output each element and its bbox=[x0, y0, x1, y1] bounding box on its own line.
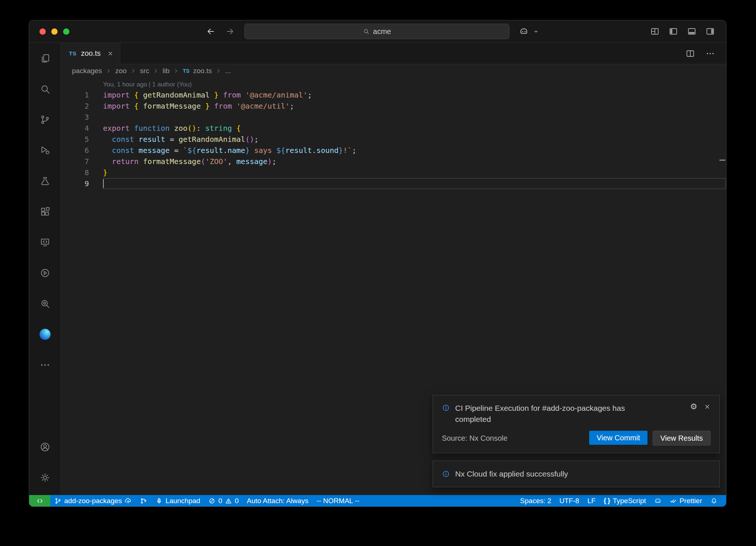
command-center-search[interactable]: acme bbox=[244, 24, 509, 39]
problems-status-item[interactable]: 0 0 bbox=[204, 495, 243, 506]
notification-message: CI Pipeline Execution for #add-zoo-packa… bbox=[455, 403, 654, 425]
notification-toasts: CI Pipeline Execution for #add-zoo-packa… bbox=[433, 395, 720, 487]
customize-layout-icon[interactable] bbox=[650, 27, 660, 36]
cloud-upload-icon bbox=[124, 497, 132, 505]
auto-attach-label: Auto Attach: Always bbox=[247, 497, 309, 505]
activity-gitlens-inspect[interactable] bbox=[29, 288, 61, 319]
status-bar-right: Spaces: 2 UTF-8 LF { } TypeScript Pretti… bbox=[516, 495, 722, 506]
play-circle-icon bbox=[39, 267, 51, 279]
code-text: import { formatMessage } from '@acme/uti… bbox=[103, 100, 294, 112]
warning-count: 0 bbox=[235, 497, 239, 505]
breadcrumb-file[interactable]: zoo.ts bbox=[193, 67, 212, 75]
typescript-file-icon: TS bbox=[183, 68, 189, 74]
notifications-bell-item[interactable] bbox=[706, 495, 722, 506]
warning-triangle-icon bbox=[225, 497, 232, 505]
branch-status-item[interactable]: add-zoo-packages bbox=[50, 495, 136, 506]
navigate-forward-icon[interactable] bbox=[225, 27, 235, 36]
search-icon bbox=[39, 83, 51, 95]
editor-actions bbox=[685, 43, 715, 64]
copilot-status-item[interactable] bbox=[650, 495, 666, 506]
rocket-icon bbox=[155, 497, 163, 505]
code-line[interactable]: 6 const message = `${result.name} says $… bbox=[61, 145, 726, 156]
toggle-secondary-sidebar-icon[interactable] bbox=[705, 27, 715, 36]
search-icon bbox=[363, 28, 370, 35]
activity-remote-explorer[interactable] bbox=[29, 227, 61, 257]
minimize-window-button[interactable] bbox=[51, 28, 58, 35]
language-status-item[interactable]: { } TypeScript bbox=[599, 495, 650, 506]
breadcrumb-item[interactable]: lib bbox=[162, 67, 169, 75]
breadcrumb-item[interactable]: zoo bbox=[115, 67, 127, 75]
chevron-down-icon[interactable] bbox=[533, 28, 539, 34]
double-check-icon bbox=[670, 497, 677, 505]
toggle-panel-icon[interactable] bbox=[687, 27, 697, 36]
code-line[interactable]: 2import { formatMessage } from '@acme/ut… bbox=[61, 100, 726, 112]
activity-search[interactable] bbox=[29, 74, 61, 104]
settings-button[interactable] bbox=[29, 462, 61, 493]
line-number[interactable]: 3 bbox=[61, 112, 89, 123]
notification-settings-icon[interactable]: ⚙ bbox=[690, 403, 697, 411]
activity-source-control[interactable] bbox=[29, 104, 61, 135]
code-line[interactable]: 3 bbox=[61, 112, 726, 123]
activity-run-debug[interactable] bbox=[29, 135, 61, 165]
line-number[interactable]: 5 bbox=[61, 134, 89, 145]
breadcrumb-item[interactable]: src bbox=[140, 67, 149, 75]
more-actions-icon[interactable] bbox=[705, 49, 715, 58]
code-line[interactable]: 4export function zoo(): string { bbox=[61, 123, 726, 134]
branch-name: add-zoo-packages bbox=[64, 497, 122, 505]
line-number[interactable]: 4 bbox=[61, 123, 89, 134]
code-line[interactable]: 1import { getRandomAnimal } from '@acme/… bbox=[61, 89, 726, 100]
split-editor-icon[interactable] bbox=[685, 49, 695, 58]
activity-extensions[interactable] bbox=[29, 196, 61, 227]
activity-bar bbox=[29, 43, 61, 495]
source-control-icon bbox=[39, 114, 51, 125]
line-number[interactable]: 7 bbox=[61, 156, 89, 167]
zoom-window-button[interactable] bbox=[63, 28, 69, 35]
code-line[interactable]: 9 bbox=[61, 178, 726, 189]
close-tab-icon[interactable] bbox=[107, 51, 113, 57]
line-number[interactable]: 1 bbox=[61, 89, 89, 100]
accounts-button[interactable] bbox=[29, 431, 61, 462]
copilot-icon bbox=[654, 497, 662, 505]
code-line[interactable]: 8} bbox=[61, 167, 726, 178]
copilot-icon[interactable] bbox=[519, 27, 529, 36]
encoding-status-item[interactable]: UTF-8 bbox=[555, 495, 583, 506]
formatter-status-item[interactable]: Prettier bbox=[666, 495, 706, 506]
git-branch-icon bbox=[54, 497, 62, 505]
tab-zoo-ts[interactable]: TS zoo.ts bbox=[61, 43, 120, 64]
close-window-button[interactable] bbox=[39, 28, 46, 35]
line-number[interactable]: 6 bbox=[61, 145, 89, 156]
remote-indicator[interactable] bbox=[29, 495, 50, 506]
toggle-primary-sidebar-icon[interactable] bbox=[669, 27, 678, 36]
activity-more-views[interactable] bbox=[29, 349, 61, 380]
vim-mode-status-item[interactable]: -- NORMAL -- bbox=[312, 495, 363, 506]
launchpad-status-item[interactable]: Launchpad bbox=[151, 495, 204, 506]
indentation-status-item[interactable]: Spaces: 2 bbox=[516, 495, 556, 506]
breadcrumb: packages zoo src lib TS zoo.ts ... bbox=[61, 64, 726, 78]
line-number[interactable]: 9 bbox=[61, 178, 89, 189]
activity-edge-devtools[interactable] bbox=[29, 319, 61, 349]
auto-attach-status-item[interactable]: Auto Attach: Always bbox=[243, 495, 313, 506]
code-line[interactable]: 7 return formatMessage('ZOO', message); bbox=[61, 156, 726, 167]
activity-testing[interactable] bbox=[29, 165, 61, 196]
view-results-button[interactable]: View Results bbox=[653, 431, 711, 446]
chevron-right-icon bbox=[216, 68, 221, 74]
tab-label: zoo.ts bbox=[81, 49, 100, 58]
run-debug-icon bbox=[39, 145, 51, 156]
blame-lens[interactable]: You, 1 hour ago | 1 author (You) bbox=[103, 80, 726, 89]
account-icon bbox=[39, 441, 51, 453]
line-number[interactable]: 8 bbox=[61, 167, 89, 178]
overview-ruler-mark bbox=[719, 160, 725, 161]
view-commit-button[interactable]: View Commit bbox=[589, 431, 647, 445]
navigate-back-icon[interactable] bbox=[206, 27, 216, 36]
notification-close-icon[interactable] bbox=[704, 403, 711, 410]
code-line[interactable]: 5 const result = getRandomAnimal(); bbox=[61, 134, 726, 145]
commit-graph-status-item[interactable] bbox=[136, 495, 151, 506]
eol-status-item[interactable]: LF bbox=[583, 495, 599, 506]
activity-nx-console[interactable] bbox=[29, 257, 61, 288]
breadcrumb-overflow[interactable]: ... bbox=[225, 67, 231, 75]
activity-explorer[interactable] bbox=[29, 43, 61, 74]
notification-source: Source: Nx Console bbox=[442, 434, 589, 443]
code-lines: 1import { getRandomAnimal } from '@acme/… bbox=[61, 89, 726, 189]
breadcrumb-item[interactable]: packages bbox=[72, 67, 102, 75]
line-number[interactable]: 2 bbox=[61, 100, 89, 112]
